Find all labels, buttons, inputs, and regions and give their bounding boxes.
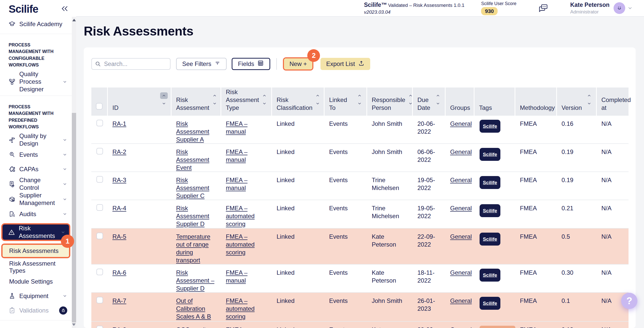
tag-scilife[interactable]: Scilife — [480, 176, 500, 189]
tag-scilife[interactable]: Scilife — [480, 204, 500, 217]
table-row-ra-1[interactable]: RA-1Risk Assessment Supplier AFMEA – man… — [91, 116, 629, 144]
groups-link[interactable]: General — [450, 297, 472, 304]
risk-id-link[interactable]: RA-7 — [112, 297, 126, 304]
export-list-button[interactable]: Export List — [320, 58, 370, 70]
smiley-avatar-icon[interactable] — [614, 2, 625, 14]
risk-name-link[interactable]: Risk Assessment – Supplier D — [176, 269, 214, 292]
risk-name-link[interactable]: Risk Assessment Event — [176, 148, 209, 171]
risk-id-link[interactable]: RA-4 — [112, 205, 126, 212]
new-button[interactable]: New + — [284, 58, 313, 70]
groups-link[interactable]: General — [450, 205, 472, 212]
feedback-chat-icon[interactable] — [538, 3, 548, 13]
risk-type-link[interactable]: FMEA – manual — [226, 148, 247, 163]
sort-ascending-icon[interactable] — [211, 92, 218, 99]
sidebar-scrollbar[interactable] — [72, 17, 76, 328]
sidebar-item-equipment[interactable]: Equipment — [0, 289, 72, 303]
risk-name-link[interactable]: Risk Assessment Supplier A — [176, 120, 209, 143]
search-input[interactable] — [91, 58, 171, 70]
sidebar-subitem-risk-assessments[interactable]: Risk Assessments — [3, 245, 69, 257]
sidebar-item-change-control[interactable]: Change Control — [0, 176, 72, 192]
groups-link[interactable]: General — [450, 120, 472, 127]
tag-scilife[interactable]: Scilife — [480, 233, 500, 246]
row-checkbox[interactable] — [96, 297, 103, 303]
sidebar-item-scilife-academy[interactable]: Scilife Academy — [0, 17, 72, 31]
sort-descending-icon[interactable] — [160, 100, 168, 107]
row-checkbox[interactable] — [96, 120, 103, 126]
table-row-ra-7[interactable]: RA-7Out of Calibration Scales A & BFMEA … — [91, 293, 629, 322]
sort-descending-icon[interactable] — [314, 100, 321, 107]
table-row-ra-4[interactable]: RA-4Risk Assessment Supplier DFMEA – aut… — [91, 200, 629, 229]
groups-link[interactable]: General — [450, 148, 472, 155]
sort-descending-icon[interactable] — [261, 100, 268, 107]
risk-name-link[interactable]: Temperature out of range during transpor… — [176, 233, 210, 264]
column-header-risk-assessment[interactable]: Risk Assessment — [172, 88, 221, 116]
column-header-id[interactable]: ID — [108, 88, 172, 116]
table-row-ra-5[interactable]: RA-5Temperature out of range during tran… — [91, 229, 629, 265]
risk-id-link[interactable]: RA-5 — [112, 233, 126, 240]
sidebar-item-capas[interactable]: CAPAs — [0, 162, 72, 176]
column-header-due-date[interactable]: Due Date — [413, 88, 446, 116]
sidebar-item-supplier-management[interactable]: Supplier Management — [0, 192, 72, 207]
sort-ascending-icon[interactable] — [585, 92, 593, 99]
sort-ascending-icon[interactable] — [261, 92, 268, 99]
sort-ascending-icon[interactable] — [356, 92, 363, 99]
sidebar-collapse-icon[interactable] — [61, 5, 69, 13]
table-row-ra-3[interactable]: RA-3Risk Assessment Supplier CFMEA – man… — [91, 172, 629, 200]
groups-link[interactable]: General — [450, 177, 472, 183]
risk-type-link[interactable]: FMEA – automated scoring — [226, 205, 255, 227]
sidebar-subitem-risk-assessment-types[interactable]: Risk Assessment Types — [0, 260, 72, 274]
risk-id-link[interactable]: RA-3 — [112, 177, 126, 183]
sort-descending-icon[interactable] — [585, 100, 593, 107]
risk-name-link[interactable]: Risk Assessment Supplier C — [176, 177, 209, 199]
sidebar-item-validations[interactable]: Validations — [0, 303, 72, 318]
table-row-ra-6[interactable]: RA-6Risk Assessment – Supplier DFMEA – m… — [91, 265, 629, 293]
row-checkbox[interactable] — [96, 326, 103, 328]
user-menu-chevron-down-icon[interactable] — [627, 5, 633, 11]
tag-nonconformity[interactable]: Nonconformity — [480, 326, 515, 328]
column-header-version[interactable]: Version — [557, 88, 597, 116]
groups-link[interactable]: General — [450, 233, 472, 240]
risk-type-link[interactable]: FMEA – manual — [226, 269, 247, 284]
sort-descending-icon[interactable] — [211, 100, 218, 107]
row-checkbox[interactable] — [96, 204, 103, 211]
table-row-ra-2[interactable]: RA-2Risk Assessment EventFMEA – manualLi… — [91, 144, 629, 172]
tag-scilife[interactable]: Scilife — [480, 148, 500, 161]
groups-link[interactable]: General — [450, 326, 472, 328]
risk-name-link[interactable]: OOS result Varenicline (batch 1, 2 & 3) — [176, 326, 211, 328]
risk-id-link[interactable]: RA-2 — [112, 148, 126, 155]
sort-ascending-icon[interactable] — [160, 92, 168, 99]
column-header-risk-classification[interactable]: Risk Classification — [272, 88, 325, 116]
row-checkbox[interactable] — [96, 269, 103, 275]
tag-scilife[interactable]: Scilife — [480, 269, 500, 282]
risk-id-link[interactable]: RA-8 — [112, 326, 126, 328]
fields-button[interactable]: Fields — [232, 58, 270, 70]
row-checkbox[interactable] — [96, 233, 103, 239]
sidebar-item-audits[interactable]: Audits — [0, 207, 72, 221]
risk-id-link[interactable]: RA-1 — [112, 120, 126, 127]
risk-id-link[interactable]: RA-6 — [112, 269, 126, 276]
row-checkbox[interactable] — [96, 148, 103, 154]
sidebar-item-risk-assessments[interactable]: Risk Assessments — [3, 225, 69, 240]
user-info[interactable]: Kate Peterson Administrator — [570, 1, 609, 15]
table-row-ra-8[interactable]: RA-8OOS result Varenicline (batch 1, 2 &… — [91, 322, 629, 328]
scrollbar-thumb[interactable] — [72, 113, 76, 322]
risk-type-link[interactable]: FMEA – manual — [226, 120, 247, 135]
row-checkbox[interactable] — [96, 176, 103, 183]
see-filters-button[interactable]: See Filters — [176, 58, 227, 70]
groups-link[interactable]: General — [450, 269, 472, 276]
tag-scilife[interactable]: Scilife — [480, 297, 500, 310]
risk-type-link[interactable]: FMEA – automated scoring — [226, 297, 255, 320]
risk-name-link[interactable]: Risk Assessment Supplier D — [176, 205, 209, 227]
sidebar-item-quality-process-designer[interactable]: Quality Process Designer — [0, 70, 72, 93]
scrollbar-down-arrow[interactable] — [72, 323, 76, 326]
risk-type-link[interactable]: FMEA – manual — [226, 177, 247, 191]
help-button[interactable]: ? — [621, 293, 637, 309]
sort-ascending-icon[interactable] — [434, 92, 442, 99]
column-header-linked-to[interactable]: Linked To — [325, 88, 367, 116]
risk-name-link[interactable]: Out of Calibration Scales A & B — [176, 297, 211, 320]
risk-type-link[interactable]: FMEA – automated scoring — [226, 233, 255, 256]
sidebar-subitem-module-settings[interactable]: Module Settings — [0, 274, 72, 289]
scrollbar-up-arrow[interactable] — [72, 19, 76, 21]
sort-descending-icon[interactable] — [356, 100, 363, 107]
tag-scilife[interactable]: Scilife — [480, 120, 500, 133]
